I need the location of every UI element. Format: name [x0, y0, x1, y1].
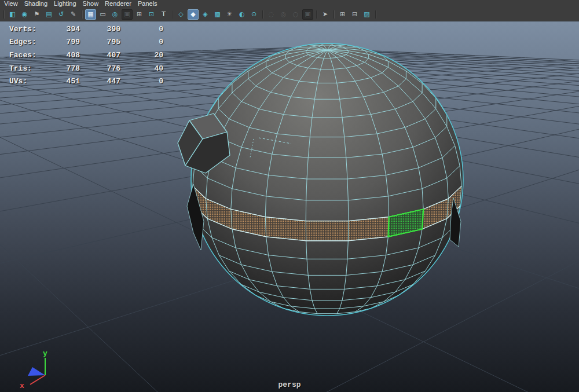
menu-renderer[interactable]: Renderer: [104, 0, 137, 8]
hud-row: Verts:3943900: [9, 23, 163, 36]
hud-value: 408: [53, 51, 80, 60]
hud-value: 0: [120, 38, 163, 46]
snapshot-icon[interactable]: ▨: [361, 9, 372, 20]
shadows-icon[interactable]: ◐: [236, 9, 247, 20]
hud-value: 776: [80, 64, 120, 73]
hud-value: 40: [120, 64, 163, 73]
hud-label: Edges:: [9, 38, 53, 46]
safe-title-icon[interactable]: T: [158, 9, 169, 20]
hud-value: 0: [120, 77, 163, 86]
hud-value: 20: [120, 51, 163, 60]
bookmark-view-icon[interactable]: ⚑: [31, 9, 42, 20]
smooth-shade-mode-icon[interactable]: ◆: [188, 9, 199, 20]
fog-icon: ○: [290, 9, 301, 20]
grid-display-icon[interactable]: ▦: [85, 9, 96, 20]
toolbar-separator: [375, 10, 376, 19]
depth-of-field-icon: ◎: [278, 9, 289, 20]
film-gate-icon[interactable]: ▭: [97, 9, 108, 20]
hud-row: Edges:7997950: [9, 36, 163, 49]
hud-value: 394: [53, 25, 80, 34]
camera-attributes-icon[interactable]: ◉: [19, 9, 30, 20]
panel-menu-bar: ViewShadingLightingShowRendererPanels: [0, 0, 579, 8]
motion-blur-icon: ◌: [266, 9, 277, 20]
menu-view[interactable]: View: [3, 0, 23, 8]
hud-row: Tris:77877640: [9, 62, 163, 75]
use-all-lights-icon[interactable]: ☀: [224, 9, 235, 20]
menu-lighting[interactable]: Lighting: [53, 0, 82, 8]
hud-value: 447: [80, 77, 120, 86]
menu-shading[interactable]: Shading: [23, 0, 53, 8]
safe-action-icon[interactable]: ⊡: [146, 9, 157, 20]
hud-value: 390: [80, 25, 120, 34]
poly-count-hud: Verts:3943900Edges:7997950Faces:40840720…: [9, 23, 163, 88]
camera-name-label: persp: [0, 380, 579, 389]
toolbar-separator: [316, 10, 317, 19]
hud-value: 0: [120, 25, 163, 34]
hud-row: UVs:4514470: [9, 75, 163, 88]
hud-value: 795: [80, 38, 120, 46]
hud-value: 451: [53, 77, 80, 86]
viewport[interactable]: yx Verts:3943900Edges:7997950Faces:40840…: [0, 21, 579, 392]
toolbar-separator: [3, 10, 5, 19]
xray-icon[interactable]: ⊟: [349, 9, 360, 20]
hud-value: 799: [53, 38, 80, 46]
wireframe-mode-icon[interactable]: ◇: [175, 9, 186, 20]
toolbar-separator: [81, 10, 83, 19]
hud-label: Tris:: [9, 64, 53, 73]
hud-label: Faces:: [9, 51, 53, 60]
hud-row: Faces:40840720: [9, 49, 163, 62]
pan-zoom-icon[interactable]: ↺: [56, 9, 67, 20]
resolution-gate-icon[interactable]: ◎: [109, 9, 120, 20]
panel-header: ViewShadingLightingShowRendererPanels ◧◉…: [0, 0, 579, 21]
hud-label: Verts:: [9, 25, 53, 34]
menu-show[interactable]: Show: [82, 0, 104, 8]
toolbar-separator: [333, 10, 335, 19]
occlusion-icon[interactable]: ⊙: [248, 9, 259, 20]
y-axis-label: y: [43, 349, 47, 358]
select-tool-icon[interactable]: ➤: [320, 9, 331, 20]
image-plane-icon[interactable]: ▤: [43, 9, 54, 20]
toolbar-separator: [171, 10, 173, 19]
isolate-select-icon[interactable]: ⊞: [337, 9, 348, 20]
grease-pencil-icon[interactable]: ✎: [68, 9, 79, 20]
gate-mask-icon[interactable]: ▣: [122, 9, 133, 20]
wireframe-on-shaded-icon[interactable]: ◈: [200, 9, 211, 20]
field-chart-icon[interactable]: ⊞: [134, 9, 145, 20]
exposure-icon[interactable]: ▣: [302, 9, 313, 20]
menu-panels[interactable]: Panels: [137, 0, 163, 8]
textured-mode-icon[interactable]: ▩: [212, 9, 223, 20]
panel-toolbar: ◧◉⚑▤↺✎▦▭◎▣⊞⊡T◇◆◈▩☀◐⊙◌◎○▣➤⊞⊟▨: [0, 8, 579, 21]
toolbar-separator: [262, 10, 263, 19]
hud-label: UVs:: [9, 77, 53, 86]
hud-value: 778: [53, 64, 80, 73]
maya-viewport-panel: ViewShadingLightingShowRendererPanels ◧◉…: [0, 0, 579, 392]
hud-value: 407: [80, 51, 120, 60]
select-camera-icon[interactable]: ◧: [7, 9, 18, 20]
